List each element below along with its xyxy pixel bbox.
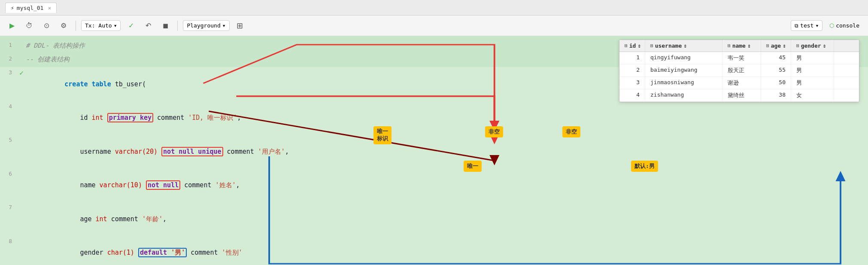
line-content-8: gender char(1) default '男' comment '性别' (26, 236, 868, 265)
line-num-6: 6 (0, 168, 17, 179)
settings-button[interactable]: ⚙ (57, 19, 70, 33)
td-name-2: 殷天正 (722, 64, 761, 76)
th-gender-sort[interactable]: ⇕ (823, 43, 826, 49)
console-icon: ⬡ (829, 22, 834, 29)
label-not-null-1: 非空 (485, 126, 503, 137)
th-age-label: age (771, 43, 781, 49)
play-button[interactable]: ▶ (5, 19, 19, 33)
line-content-5: username varchar(20) not null unique com… (26, 134, 868, 168)
not-null-unique-highlight: not null unique (161, 147, 223, 156)
line-num-7: 7 (0, 202, 17, 212)
td-id-4: 4 (619, 89, 645, 101)
td-id-2: 2 (619, 64, 645, 76)
table-row: 3 jinmaosniwang 谢逊 50 男 (619, 77, 859, 89)
check-button[interactable]: ✓ (124, 19, 138, 33)
td-username-1: qingyifuwang (645, 52, 722, 64)
td-age-4: 38 (761, 89, 791, 101)
td-id-1: 1 (619, 52, 645, 64)
grid-button[interactable]: ⊞ (233, 19, 247, 33)
th-icon-age: ⊞ (766, 43, 769, 49)
line-num-3: 3 (0, 67, 17, 77)
td-username-2: baimeiyingwang (645, 64, 722, 76)
console-label: console (836, 22, 859, 29)
line-content-4: id int primary key comment 'ID, 唯一标识', (26, 101, 868, 135)
th-icon-id: ⊞ (625, 43, 628, 49)
td-gender-1: 男 (791, 52, 834, 64)
line-num-1: 1 (0, 40, 17, 50)
tx-dropdown[interactable]: Tx: Auto ▾ (81, 20, 121, 31)
table-header: ⊞ id ⇕ ⊞ username ⇕ ⊞ name ⇕ ⊞ age ⇕ ⊞ g (619, 40, 859, 52)
tx-chevron: ▾ (114, 22, 117, 29)
td-name-4: 黛绮丝 (722, 89, 761, 101)
label-default-male: 默认:男 (631, 161, 658, 172)
line-content-7: age int comment '年龄', (26, 202, 868, 236)
window-icon: ⧉ (795, 23, 798, 29)
td-gender-3: 男 (791, 77, 834, 89)
td-gender-2: 男 (791, 64, 834, 76)
test-chevron: ▾ (815, 22, 819, 29)
td-username-4: zishanwang (645, 89, 722, 101)
td-age-2: 55 (761, 64, 791, 76)
tab-db-icon: ⚡ (11, 5, 14, 11)
td-name-1: 韦一笑 (722, 52, 761, 64)
td-age-3: 50 (761, 77, 791, 89)
th-icon-username: ⊞ (650, 43, 653, 49)
code-line-6: 6 name varchar(10) not null comment '姓名'… (0, 168, 868, 202)
main-area: 1 # DDL- 表结构操作 2 -- 创建表结构 3 ✓ create tab… (0, 36, 868, 265)
label-unique-1: 唯一 (464, 161, 482, 172)
primary-key-highlight: primary key (107, 113, 153, 122)
code-line-8: 8 gender char(1) default '男' comment '性别… (0, 236, 868, 265)
playground-label: Playground (187, 22, 220, 29)
label-unique-id: 唯一标识 (373, 126, 392, 144)
th-username: ⊞ username ⇕ (645, 40, 722, 52)
tab-bar: ⚡ mysql_01 × (0, 0, 868, 15)
console-button[interactable]: ⬡ console (826, 21, 863, 30)
toolbar: ▶ ⏱ ⊙ ⚙ Tx: Auto ▾ ✓ ↶ ◼ Playground ▾ ⊞ … (0, 15, 868, 36)
table-row: 4 zishanwang 黛绮丝 38 女 (619, 89, 859, 102)
th-name: ⊞ name ⇕ (722, 40, 761, 52)
th-icon-name: ⊞ (728, 43, 731, 49)
th-name-sort[interactable]: ⇕ (747, 43, 751, 49)
tab-mysql01[interactable]: ⚡ mysql_01 × (5, 3, 57, 13)
th-age: ⊞ age ⇕ (761, 40, 791, 52)
td-id-3: 3 (619, 77, 645, 89)
separator-1 (76, 21, 76, 31)
th-name-label: name (732, 43, 746, 49)
th-icon-gender: ⊞ (796, 43, 799, 49)
label-not-null-2: 非空 (562, 126, 580, 137)
tab-close[interactable]: × (48, 5, 51, 11)
undo-button[interactable]: ↶ (141, 19, 155, 33)
toolbar-right: ⧉ test ▾ ⬡ console (791, 20, 863, 31)
pin-button[interactable]: ⊙ (39, 19, 53, 33)
test-dropdown[interactable]: ⧉ test ▾ (791, 20, 822, 31)
th-age-sort[interactable]: ⇕ (783, 43, 786, 49)
line-num-2: 2 (0, 53, 17, 64)
td-gender-4: 女 (791, 89, 834, 101)
code-line-4: 4 id int primary key comment 'ID, 唯一标识', (0, 101, 868, 135)
th-gender: ⊞ gender ⇕ (791, 40, 834, 52)
code-line-7: 7 age int comment '年龄', (0, 202, 868, 236)
separator-2 (177, 21, 178, 31)
line-indicator-3: ✓ (17, 67, 26, 79)
playground-dropdown[interactable]: Playground ▾ (183, 20, 229, 31)
th-id-sort[interactable]: ⇕ (637, 43, 641, 49)
tab-label: mysql_01 (17, 5, 44, 11)
tx-label: Tx: Auto (85, 22, 112, 29)
th-username-sort[interactable]: ⇕ (683, 43, 687, 49)
td-username-3: jinmaosniwang (645, 77, 722, 89)
th-id-label: id (629, 43, 636, 49)
not-null-highlight: not null (146, 180, 180, 190)
default-highlight: default '男' (138, 248, 187, 257)
td-name-3: 谢逊 (722, 77, 761, 89)
code-line-5: 5 username varchar(20) not null unique c… (0, 134, 868, 168)
stop-button[interactable]: ◼ (158, 19, 172, 33)
line-content-6: name varchar(10) not null comment '姓名', (26, 168, 868, 202)
table-row: 2 baimeiyingwang 殷天正 55 男 (619, 64, 859, 77)
th-id: ⊞ id ⇕ (619, 40, 645, 52)
table-row: 1 qingyifuwang 韦一笑 45 男 (619, 52, 859, 64)
line-num-4: 4 (0, 101, 17, 111)
result-table: ⊞ id ⇕ ⊞ username ⇕ ⊞ name ⇕ ⊞ age ⇕ ⊞ g (619, 40, 859, 102)
history-button[interactable]: ⏱ (22, 19, 36, 33)
line-num-5: 5 (0, 134, 17, 145)
check-icon: ✓ (19, 67, 24, 79)
